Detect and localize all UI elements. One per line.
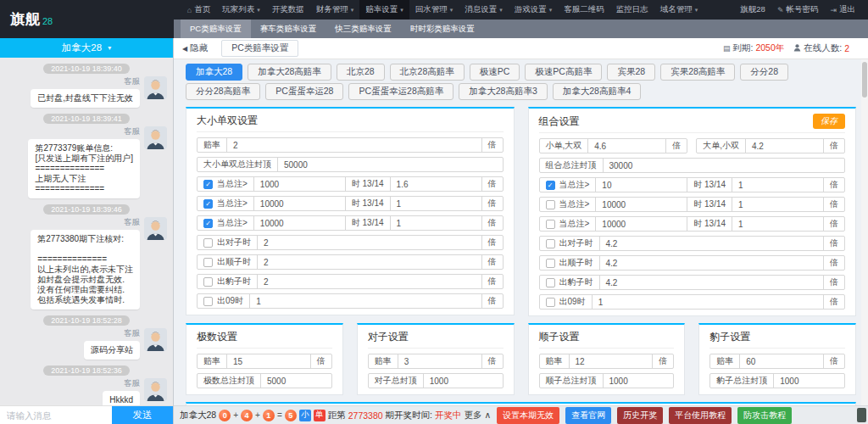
field-input[interactable]: 1 — [391, 216, 481, 230]
submenu-item[interactable]: PC类赔率设置 — [181, 20, 251, 38]
nav-item[interactable]: 监控日志 — [610, 0, 654, 20]
field-row: 豹子总注封顶1000 — [709, 373, 845, 388]
nav-item[interactable]: 客服二维码 — [558, 0, 610, 20]
chat-room-selector[interactable]: 加拿大28 ▾ — [0, 38, 173, 58]
nav-user-item[interactable]: ⇥退出 — [824, 0, 861, 20]
field-input[interactable]: 3 — [398, 354, 481, 368]
nav-item[interactable]: 赔率设置▾ — [359, 0, 409, 20]
field-input[interactable]: 12 — [570, 354, 653, 368]
game-tab[interactable]: 北京28 — [337, 64, 385, 81]
game-tab[interactable]: 极速PC — [470, 64, 520, 81]
field-input[interactable]: 4.2 — [600, 237, 824, 250]
submenu-item[interactable]: 时时彩类赔率设置 — [401, 20, 484, 38]
field-input[interactable]: 2 — [227, 138, 481, 152]
nav-item[interactable]: ⌂首页 — [181, 0, 216, 20]
field-input[interactable]: 4.2 — [746, 139, 823, 153]
open-page-tab[interactable]: PC类赔率设置 — [221, 40, 298, 57]
nav-item[interactable]: 玩家列表▾ — [216, 0, 266, 20]
checkbox[interactable]: ✓ — [203, 199, 213, 209]
checkbox[interactable] — [546, 259, 555, 268]
field-input[interactable]: 10000 — [254, 197, 345, 210]
field-input[interactable]: 1000 — [254, 177, 345, 191]
game-tab[interactable]: 加拿大28高赔率3 — [459, 83, 548, 100]
nav-item[interactable]: 游戏设置▾ — [509, 0, 559, 20]
statusbar-button[interactable]: 设置本期无效 — [497, 407, 559, 424]
statusbar-button[interactable]: 历史开奖 — [617, 407, 663, 424]
checkbox[interactable] — [546, 239, 555, 248]
field-input[interactable]: 1 — [732, 178, 823, 192]
more-toggle[interactable]: 更多 ∧ — [465, 410, 492, 421]
toolbar-status: ▤ 到期: 2050年 在线人数: 2 — [723, 42, 849, 54]
field-input[interactable]: 30000 — [604, 159, 845, 172]
checkbox[interactable] — [203, 277, 213, 287]
checkbox[interactable]: ✓ — [203, 180, 213, 189]
game-tab[interactable]: 加拿大28高赔率4 — [553, 83, 642, 100]
nav-item[interactable]: 回水管理▾ — [409, 0, 459, 20]
field-input[interactable]: 4.6 — [588, 139, 665, 153]
field-input[interactable]: 1 — [732, 217, 823, 231]
chat-message-input[interactable] — [0, 406, 112, 424]
submenu-item[interactable]: 赛车类赔率设置 — [251, 20, 326, 38]
game-tab[interactable]: 宾果28高赔率 — [660, 64, 735, 81]
nav-item[interactable]: 开奖数据 — [266, 0, 310, 20]
statusbar-button[interactable]: 平台使用教程 — [669, 407, 732, 424]
field-input[interactable]: 1000 — [604, 374, 674, 388]
checkbox[interactable] — [546, 200, 555, 209]
game-tab[interactable]: 分分28 — [740, 64, 788, 81]
nav-item[interactable]: 财务管理▾ — [310, 0, 360, 20]
game-tab[interactable]: 宾果28 — [607, 64, 655, 81]
game-tab[interactable]: 北京28高赔率 — [390, 64, 465, 81]
field-row: 出顺子时2倍 — [197, 254, 504, 270]
send-button[interactable]: 发送 — [112, 406, 173, 424]
field-input[interactable]: 10000 — [596, 217, 687, 231]
field-input[interactable]: 2 — [258, 275, 481, 288]
checkbox[interactable] — [203, 297, 213, 306]
checkbox[interactable] — [546, 278, 555, 287]
game-tab[interactable]: PC蛋蛋幸运28高赔率 — [348, 83, 453, 100]
field-mid-label: 时 13/14 — [687, 198, 732, 211]
field-input[interactable]: 15 — [227, 354, 310, 368]
field-input[interactable]: 10000 — [254, 216, 345, 230]
checkbox[interactable]: ✓ — [546, 181, 555, 190]
chat-message-list: 2021-10-19 18:39:40客服已封盘,封盘线下下注无效2021-10… — [0, 58, 173, 405]
combo-odds-row: 小单,大双4.6倍大单,小双4.2倍 — [539, 138, 846, 153]
nav-user-item[interactable]: 旗舰28 — [734, 0, 771, 20]
field-input[interactable]: 1000 — [774, 374, 844, 388]
checkbox[interactable]: ✓ — [203, 219, 213, 228]
field-input[interactable]: 50000 — [278, 158, 503, 171]
field-input[interactable]: 1 — [391, 197, 481, 210]
field-input[interactable]: 1 — [732, 198, 823, 211]
field-input[interactable]: 4.2 — [600, 276, 824, 289]
game-tab[interactable]: 极速PC高赔率 — [525, 64, 602, 81]
draw-countdown-prefix: 距第 — [328, 410, 346, 421]
field-input[interactable]: 1000 — [424, 374, 503, 388]
field-input[interactable]: 1.6 — [391, 177, 481, 191]
field-input[interactable]: 2 — [258, 255, 481, 269]
submenu-item[interactable]: 快三类赔率设置 — [326, 20, 401, 38]
game-tab[interactable]: 加拿大28高赔率 — [248, 64, 331, 81]
field-input[interactable]: 1 — [593, 295, 823, 309]
field-input[interactable]: 4.2 — [600, 256, 824, 270]
game-tab[interactable]: 加拿大28 — [186, 64, 242, 81]
field-input[interactable]: 1 — [250, 294, 481, 308]
hide-sidebar-button[interactable]: ◀ 隐藏 — [182, 42, 208, 54]
field-input[interactable]: 60 — [740, 354, 823, 368]
scrollbar-thumb[interactable] — [862, 62, 867, 98]
checkbox[interactable] — [546, 298, 555, 307]
checkbox[interactable] — [203, 258, 213, 267]
field-input[interactable]: 10 — [596, 178, 687, 192]
field-input[interactable]: 2 — [258, 236, 481, 249]
statusbar-button[interactable]: 防攻击教程 — [737, 407, 792, 424]
field-suffix: 倍 — [310, 354, 331, 368]
checkbox[interactable] — [203, 238, 213, 248]
save-button[interactable]: 保存 — [813, 114, 845, 129]
game-tab[interactable]: 分分28高赔率 — [186, 83, 260, 100]
statusbar-button[interactable]: 查看官网 — [565, 407, 611, 424]
field-input[interactable]: 5000 — [261, 374, 331, 388]
checkbox[interactable] — [546, 220, 555, 229]
field-input[interactable]: 10000 — [596, 198, 687, 211]
nav-item[interactable]: 域名管理▾ — [654, 0, 704, 20]
game-tab[interactable]: PC蛋蛋幸运28 — [265, 83, 343, 100]
nav-item[interactable]: 消息设置▾ — [459, 0, 509, 20]
nav-user-item[interactable]: ✎帐号密码 — [771, 0, 825, 20]
